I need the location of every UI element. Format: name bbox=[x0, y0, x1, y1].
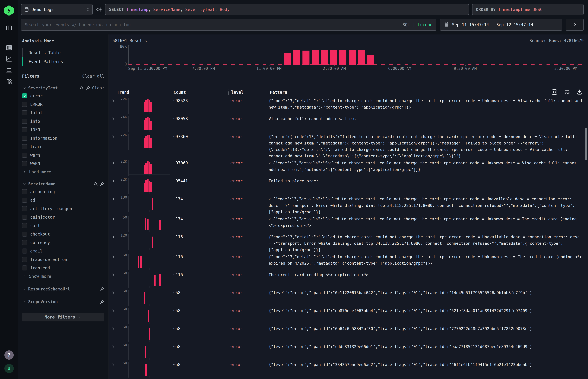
checkbox[interactable] bbox=[22, 198, 27, 203]
expand-row-chevron-icon[interactable] bbox=[111, 161, 117, 174]
pattern-text[interactable]: {"level":"error","span_id":"eb870ecef063… bbox=[269, 308, 532, 313]
table-row[interactable]: 120 ~116 error ×{"code":13,"details":"fa… bbox=[109, 234, 588, 253]
pin-icon[interactable] bbox=[100, 300, 104, 304]
expand-row-chevron-icon[interactable] bbox=[111, 327, 117, 340]
service-show-more[interactable]: Show more bbox=[23, 274, 104, 279]
pattern-text[interactable]: Visa cache full: cannot add new item. bbox=[269, 116, 356, 121]
pattern-text[interactable]: {"code":13,"details":"failed to charge c… bbox=[269, 98, 582, 110]
chevron-right-icon[interactable] bbox=[22, 300, 26, 304]
exclude-x-icon[interactable]: × bbox=[269, 161, 271, 165]
filter-option[interactable]: INFO bbox=[22, 126, 104, 133]
checkbox[interactable] bbox=[22, 153, 27, 158]
pattern-text[interactable]: {"code":13,"details":"failed to charge c… bbox=[269, 254, 582, 266]
filter-option[interactable]: ad bbox=[22, 196, 104, 204]
checkbox[interactable] bbox=[22, 240, 27, 245]
mode-lucene[interactable]: Lucene bbox=[418, 22, 433, 27]
histogram-bar[interactable] bbox=[367, 55, 374, 64]
filter-option[interactable]: fraud-detection bbox=[22, 256, 104, 263]
column-header-level[interactable]: level bbox=[229, 89, 267, 95]
filter-option[interactable]: trace bbox=[22, 143, 104, 150]
select-query-input[interactable]: SELECT Timestamp, ServiceName, SeverityT… bbox=[105, 4, 469, 15]
exclude-x-icon[interactable]: × bbox=[269, 217, 271, 221]
chevron-right-icon[interactable] bbox=[22, 287, 26, 291]
pattern-text[interactable]: {"level":"error","span_id":"0c11220615ba… bbox=[269, 290, 532, 295]
filter-option[interactable]: WARN bbox=[22, 160, 104, 167]
pattern-text[interactable]: The credit card (ending <*> expired on <… bbox=[269, 272, 368, 277]
pattern-text[interactable]: {"code":13,"details":"failed to charge c… bbox=[269, 197, 575, 214]
severity-clear-button[interactable]: Clear bbox=[92, 86, 104, 90]
table-row[interactable]: 22K ~95441 error ×Failed to place order bbox=[109, 177, 588, 195]
checkbox[interactable] bbox=[22, 110, 27, 115]
clear-all-button[interactable]: Clear all bbox=[82, 74, 104, 79]
gear-icon[interactable] bbox=[96, 6, 102, 13]
pattern-text[interactable]: {"code":13,"details":"failed to charge c… bbox=[269, 217, 577, 228]
pin-icon[interactable] bbox=[100, 287, 104, 291]
pattern-text[interactable]: {"code":13,"details":"failed to charge c… bbox=[269, 235, 580, 252]
expand-row-chevron-icon[interactable] bbox=[111, 309, 117, 322]
scopeversion-name[interactable]: ScopeVersion bbox=[28, 299, 98, 304]
expand-row-chevron-icon[interactable] bbox=[111, 197, 117, 210]
expand-row-chevron-icon[interactable] bbox=[111, 179, 117, 192]
checkbox[interactable] bbox=[22, 93, 27, 98]
table-row[interactable]: 60 ~116 error ×The credit card (ending <… bbox=[109, 271, 588, 289]
table-row[interactable]: 22K ~97360 error ×{"error":{"code":13,"d… bbox=[109, 133, 588, 159]
mode-sql[interactable]: SQL bbox=[402, 22, 410, 27]
help-button[interactable]: ? bbox=[4, 350, 14, 360]
expand-row-chevron-icon[interactable] bbox=[111, 363, 117, 376]
table-row[interactable]: 60 ~58 error ×{"level":"error","span_id"… bbox=[109, 307, 588, 325]
filter-option[interactable]: frontend bbox=[22, 264, 104, 272]
table-row[interactable]: 180 ~174 error ×{"code":13,"details":"fa… bbox=[109, 195, 588, 216]
resourceschemaurl-name[interactable]: ResourceSchemaUrl bbox=[28, 287, 98, 291]
filter-option[interactable]: cainjector bbox=[22, 213, 104, 221]
checkbox[interactable] bbox=[22, 223, 27, 228]
checkbox[interactable] bbox=[22, 102, 27, 107]
column-header-pattern[interactable]: Pattern bbox=[267, 89, 588, 95]
checkbox[interactable] bbox=[22, 189, 27, 194]
pattern-text[interactable]: {"level":"error","span_id":"cddc331329e6… bbox=[269, 344, 532, 349]
pattern-text[interactable]: {"error":{"code":13,"details":"failed to… bbox=[269, 134, 577, 158]
filter-option[interactable]: warn bbox=[22, 152, 104, 159]
search-icon[interactable] bbox=[93, 182, 98, 186]
wrap-lines-icon[interactable] bbox=[564, 89, 570, 95]
time-range-picker[interactable]: Sep 11 15:47:14 - Sep 12 15:47:14 bbox=[440, 19, 562, 31]
results-histogram[interactable]: 80K 0 Sep 11 3:30:00 PM7:30:00 PM11:00:0… bbox=[112, 46, 588, 71]
chevron-down-icon[interactable] bbox=[22, 182, 26, 186]
code-view-icon[interactable] bbox=[551, 89, 558, 95]
filter-option[interactable]: email bbox=[22, 247, 104, 255]
expand-row-chevron-icon[interactable] bbox=[111, 235, 117, 248]
checkbox[interactable] bbox=[22, 206, 27, 211]
panel-left-icon[interactable] bbox=[6, 25, 12, 31]
checkbox[interactable] bbox=[22, 161, 27, 166]
table-row[interactable]: 60 ~58 error ×{"level":"error","span_id"… bbox=[109, 289, 588, 307]
expand-row-chevron-icon[interactable] bbox=[111, 255, 117, 268]
column-header-count[interactable]: Count bbox=[171, 89, 228, 95]
expand-row-chevron-icon[interactable] bbox=[111, 273, 117, 286]
pattern-text[interactable]: Failed to place order bbox=[269, 179, 318, 183]
expand-row-chevron-icon[interactable] bbox=[111, 345, 117, 358]
histogram-bar[interactable] bbox=[349, 50, 356, 64]
analysis-mode-item[interactable]: Results Table bbox=[22, 48, 104, 57]
chart-line-icon[interactable] bbox=[6, 56, 12, 62]
dashboard-icon[interactable] bbox=[6, 79, 12, 85]
histogram-bar[interactable] bbox=[321, 50, 328, 64]
user-avatar[interactable]: U bbox=[4, 364, 14, 373]
checkbox[interactable] bbox=[22, 215, 27, 220]
checkbox[interactable] bbox=[22, 266, 27, 270]
histogram-bar[interactable] bbox=[358, 50, 365, 64]
severitytext-section-name[interactable]: SeverityText bbox=[28, 86, 77, 90]
filter-option[interactable]: error bbox=[22, 92, 104, 99]
filter-option[interactable]: ERROR bbox=[22, 101, 104, 108]
histogram-bar[interactable] bbox=[293, 50, 300, 64]
filter-option[interactable]: currency bbox=[22, 239, 104, 246]
exclude-x-icon[interactable]: × bbox=[269, 197, 271, 201]
filter-option[interactable]: artillery-loadgen bbox=[22, 205, 104, 212]
table-row[interactable]: 60 ~116 error ×{"code":13,"details":"fai… bbox=[109, 253, 588, 271]
search-icon[interactable] bbox=[79, 86, 84, 90]
checkbox[interactable] bbox=[22, 127, 27, 132]
pattern-text[interactable]: {"level":"error","span_id":"6b64c6c58842… bbox=[269, 326, 532, 331]
filter-option[interactable]: accounting bbox=[22, 188, 104, 195]
filter-option[interactable]: info bbox=[22, 118, 104, 125]
table-row[interactable]: 60 ~58 error ×{"level":"error","span_id"… bbox=[109, 325, 588, 343]
checkbox[interactable] bbox=[22, 257, 27, 262]
table-row[interactable]: 22K ~98523 error ×{"code":13,"details":"… bbox=[109, 97, 588, 115]
